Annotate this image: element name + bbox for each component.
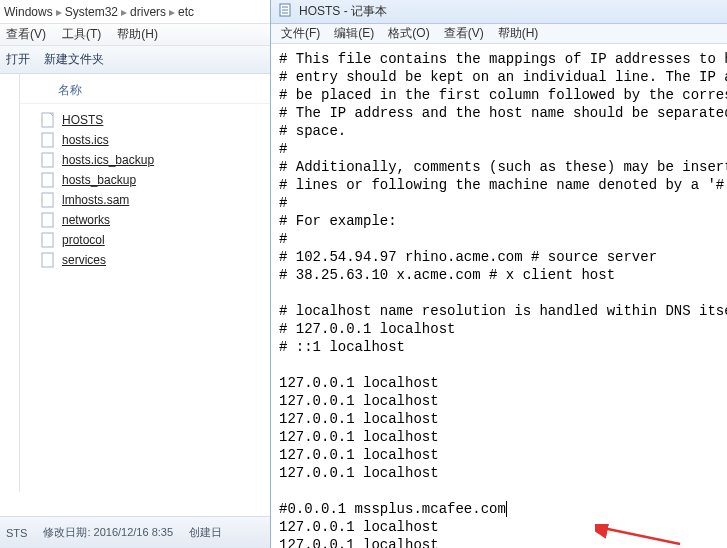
notepad-text-area[interactable]: # This file contains the mappings of IP …: [271, 44, 727, 548]
file-pane[interactable]: 名称 HOSTS hosts.ics hosts.ics_backup h: [20, 74, 270, 492]
svg-rect-6: [42, 233, 53, 247]
file-name: networks: [62, 213, 110, 227]
new-folder-button[interactable]: 新建文件夹: [44, 51, 104, 68]
status-bar: STS 修改日期: 2016/12/16 8:35 创建日: [0, 516, 270, 548]
list-item[interactable]: hosts.ics_backup: [36, 150, 270, 170]
column-header-name[interactable]: 名称: [20, 78, 270, 104]
explorer-menubar: 查看(V) 工具(T) 帮助(H): [0, 24, 270, 46]
file-icon: [40, 152, 56, 168]
file-name: protocol: [62, 233, 105, 247]
notepad-menubar: 文件(F) 编辑(E) 格式(O) 查看(V) 帮助(H): [271, 24, 727, 44]
text-content-after: 127.0.0.1 localhost 127.0.0.1 localhost …: [279, 519, 565, 548]
chevron-right-icon: ▸: [121, 5, 127, 19]
list-item[interactable]: protocol: [36, 230, 270, 250]
window-title[interactable]: HOSTS - 记事本: [271, 0, 727, 24]
title-text: HOSTS - 记事本: [299, 3, 387, 20]
file-icon: [40, 212, 56, 228]
explorer-toolbar: 打开 新建文件夹: [0, 46, 270, 74]
file-name: hosts.ics_backup: [62, 153, 154, 167]
notepad-icon: [279, 3, 293, 20]
breadcrumb-item[interactable]: System32: [65, 5, 118, 19]
svg-rect-3: [42, 173, 53, 187]
menu-help[interactable]: 帮助(H): [498, 25, 539, 42]
file-name: hosts.ics: [62, 133, 109, 147]
file-name: HOSTS: [62, 113, 103, 127]
file-icon: [40, 132, 56, 148]
text-cursor: [506, 501, 507, 517]
file-name: hosts_backup: [62, 173, 136, 187]
list-item[interactable]: networks: [36, 210, 270, 230]
breadcrumb-item[interactable]: Windows: [4, 5, 53, 19]
notepad-window: HOSTS - 记事本 文件(F) 编辑(E) 格式(O) 查看(V) 帮助(H…: [270, 0, 727, 548]
status-created: 创建日: [189, 525, 222, 540]
menu-edit[interactable]: 编辑(E): [334, 25, 374, 42]
svg-rect-0: [42, 113, 53, 127]
file-name: services: [62, 253, 106, 267]
file-icon: [40, 192, 56, 208]
text-content: # This file contains the mappings of IP …: [279, 51, 727, 517]
list-item[interactable]: HOSTS: [36, 110, 270, 130]
file-icon: [40, 172, 56, 188]
explorer-body: 名称 HOSTS hosts.ics hosts.ics_backup h: [0, 74, 270, 492]
list-item[interactable]: hosts_backup: [36, 170, 270, 190]
breadcrumb-item[interactable]: drivers: [130, 5, 166, 19]
svg-rect-1: [42, 133, 53, 147]
svg-rect-2: [42, 153, 53, 167]
file-list: HOSTS hosts.ics hosts.ics_backup hosts_b…: [20, 104, 270, 270]
file-icon: [40, 232, 56, 248]
list-item[interactable]: hosts.ics: [36, 130, 270, 150]
status-modified: 修改日期: 2016/12/16 8:35: [43, 525, 173, 540]
chevron-right-icon: ▸: [56, 5, 62, 19]
tree-pane[interactable]: [0, 74, 20, 492]
breadcrumb-item[interactable]: etc: [178, 5, 194, 19]
svg-rect-7: [42, 253, 53, 267]
svg-rect-4: [42, 193, 53, 207]
menu-view[interactable]: 查看(V): [6, 26, 46, 43]
file-icon: [40, 252, 56, 268]
status-item: STS: [6, 527, 27, 539]
menu-help[interactable]: 帮助(H): [117, 26, 158, 43]
open-button[interactable]: 打开: [6, 51, 30, 68]
menu-tools[interactable]: 工具(T): [62, 26, 101, 43]
menu-format[interactable]: 格式(O): [388, 25, 429, 42]
list-item[interactable]: services: [36, 250, 270, 270]
list-item[interactable]: lmhosts.sam: [36, 190, 270, 210]
breadcrumb[interactable]: Windows ▸ System32 ▸ drivers ▸ etc: [0, 0, 270, 24]
file-icon: [40, 112, 56, 128]
explorer-window: Windows ▸ System32 ▸ drivers ▸ etc 查看(V)…: [0, 0, 270, 548]
chevron-right-icon: ▸: [169, 5, 175, 19]
file-name: lmhosts.sam: [62, 193, 129, 207]
menu-file[interactable]: 文件(F): [281, 25, 320, 42]
menu-view[interactable]: 查看(V): [444, 25, 484, 42]
svg-rect-5: [42, 213, 53, 227]
